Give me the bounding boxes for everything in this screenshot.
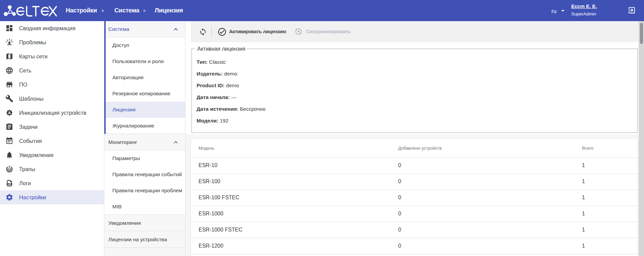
svg-text:LOG: LOG — [8, 183, 11, 185]
svg-text:A: A — [8, 111, 11, 115]
